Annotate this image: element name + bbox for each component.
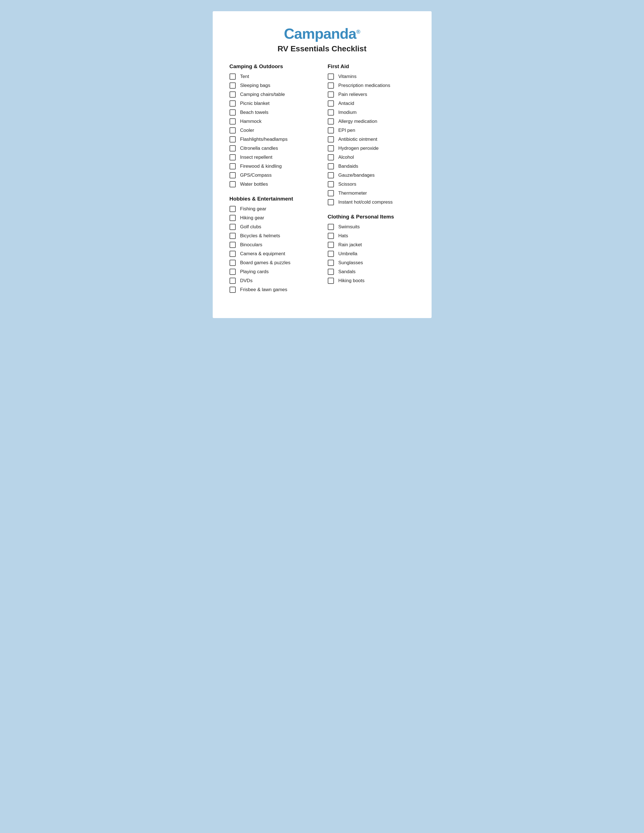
checkbox[interactable] — [328, 154, 334, 161]
list-item: Hydrogen peroxide — [328, 145, 415, 151]
columns-wrapper: Camping & Outdoors TentSleeping bagsCamp… — [230, 63, 415, 301]
checkbox[interactable] — [230, 127, 236, 133]
checkbox[interactable] — [328, 74, 334, 80]
item-label: GPS/Compass — [240, 172, 272, 178]
list-item: Swimsuits — [328, 224, 415, 230]
camping-checklist: TentSleeping bagsCamping chairs/tablePic… — [230, 74, 317, 187]
logo-registered: ® — [356, 29, 360, 35]
section-camping-title: Camping & Outdoors — [230, 63, 317, 69]
item-label: Tent — [240, 74, 249, 79]
list-item: Frisbee & lawn games — [230, 287, 317, 293]
checkbox[interactable] — [328, 278, 334, 284]
list-item: Binoculars — [230, 242, 317, 248]
checkbox[interactable] — [328, 199, 334, 205]
item-label: Hydrogen peroxide — [338, 146, 379, 151]
checkbox[interactable] — [230, 233, 236, 239]
checkbox[interactable] — [328, 242, 334, 248]
checkbox[interactable] — [230, 251, 236, 257]
item-label: Insect repellent — [240, 154, 272, 160]
item-label: Prescription medications — [338, 83, 390, 88]
checkbox[interactable] — [328, 269, 334, 275]
list-item: Hammock — [230, 118, 317, 124]
checkbox[interactable] — [328, 172, 334, 178]
list-item: Instant hot/cold compress — [328, 199, 415, 205]
list-item: Thermometer — [328, 190, 415, 196]
checkbox[interactable] — [230, 92, 236, 98]
item-label: Picnic blanket — [240, 101, 270, 106]
checkbox[interactable] — [328, 92, 334, 98]
item-label: Thermometer — [338, 190, 367, 196]
page: Campanda® RV Essentials Checklist Campin… — [213, 11, 431, 318]
checkbox[interactable] — [328, 251, 334, 257]
checkbox[interactable] — [328, 82, 334, 88]
checkbox[interactable] — [230, 109, 236, 116]
checkbox[interactable] — [328, 224, 334, 230]
checkbox[interactable] — [230, 145, 236, 151]
list-item: Water bottles — [230, 181, 317, 187]
checkbox[interactable] — [230, 287, 236, 293]
list-item: Playing cards — [230, 269, 317, 275]
page-title: RV Essentials Checklist — [230, 44, 415, 53]
list-item: Rain jacket — [328, 242, 415, 248]
checkbox[interactable] — [328, 190, 334, 196]
checkbox[interactable] — [230, 136, 236, 143]
list-item: EPI pen — [328, 127, 415, 133]
item-label: Swimsuits — [338, 224, 360, 230]
col-right: First Aid VitaminsPrescription medicatio… — [328, 63, 415, 292]
list-item: DVDs — [230, 278, 317, 284]
list-item: Sleeping bags — [230, 82, 317, 88]
checkbox[interactable] — [328, 127, 334, 133]
checkbox[interactable] — [230, 118, 236, 124]
list-item: Bandaids — [328, 163, 415, 169]
list-item: Board games & puzzles — [230, 260, 317, 266]
logo-text: Campanda® — [284, 26, 360, 42]
checkbox[interactable] — [230, 181, 236, 187]
checkbox[interactable] — [230, 269, 236, 275]
col-left: Camping & Outdoors TentSleeping bagsCamp… — [230, 63, 317, 301]
item-label: Scissors — [338, 182, 356, 187]
checkbox[interactable] — [328, 136, 334, 143]
checkbox[interactable] — [230, 206, 236, 212]
checkbox[interactable] — [230, 215, 236, 221]
checkbox[interactable] — [328, 145, 334, 151]
checkbox[interactable] — [328, 260, 334, 266]
checkbox[interactable] — [230, 82, 236, 88]
checkbox[interactable] — [230, 224, 236, 230]
list-item: Flashlights/headlamps — [230, 136, 317, 143]
checkbox[interactable] — [230, 74, 236, 80]
section-hobbies-title: Hobbies & Entertainment — [230, 196, 317, 202]
checkbox[interactable] — [230, 163, 236, 169]
list-item: Sunglasses — [328, 260, 415, 266]
checkbox[interactable] — [328, 233, 334, 239]
item-label: Alcohol — [338, 154, 354, 160]
list-item: Firewood & kindling — [230, 163, 317, 169]
checkbox[interactable] — [328, 181, 334, 187]
checkbox[interactable] — [328, 109, 334, 116]
list-item: Bicycles & helmets — [230, 233, 317, 239]
checkbox[interactable] — [328, 100, 334, 106]
item-label: Instant hot/cold compress — [338, 199, 393, 205]
firstaid-checklist: VitaminsPrescription medicationsPain rel… — [328, 74, 415, 205]
item-label: Umbrella — [338, 251, 357, 257]
checkbox[interactable] — [230, 278, 236, 284]
item-label: Board games & puzzles — [240, 260, 291, 265]
item-label: Water bottles — [240, 182, 268, 187]
checkbox[interactable] — [328, 163, 334, 169]
item-label: Pain relievers — [338, 92, 367, 97]
list-item: Cooler — [230, 127, 317, 133]
item-label: Hiking gear — [240, 215, 264, 221]
list-item: Insect repellent — [230, 154, 317, 161]
checkbox[interactable] — [230, 154, 236, 161]
section-firstaid: First Aid VitaminsPrescription medicatio… — [328, 63, 415, 205]
checkbox[interactable] — [230, 260, 236, 266]
checkbox[interactable] — [328, 118, 334, 124]
list-item: Sandals — [328, 269, 415, 275]
checkbox[interactable] — [230, 100, 236, 106]
item-label: Camera & equipment — [240, 251, 285, 257]
checkbox[interactable] — [230, 242, 236, 248]
checkbox[interactable] — [230, 172, 236, 178]
list-item: Scissors — [328, 181, 415, 187]
item-label: Bicycles & helmets — [240, 233, 280, 239]
item-label: Antacid — [338, 101, 354, 106]
list-item: Alcohol — [328, 154, 415, 161]
